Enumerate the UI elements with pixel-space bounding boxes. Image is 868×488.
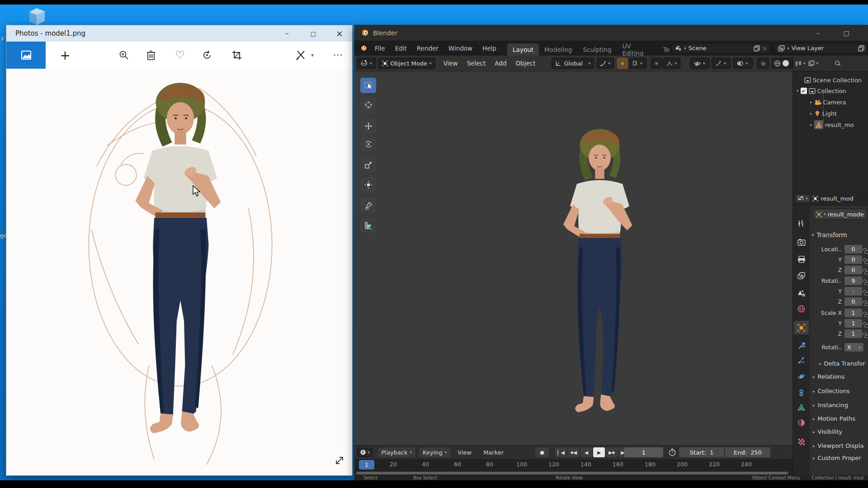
lock-icon[interactable] <box>864 299 868 305</box>
gizmos-selector[interactable]: ▾ <box>712 58 731 69</box>
panel-viewport-display[interactable]: ▸ Viewport Displa <box>813 442 863 449</box>
edit-create-dropdown[interactable]: ▾ <box>307 42 318 69</box>
tool-scale[interactable] <box>360 157 376 173</box>
panel-custom-properties[interactable]: ▸ Custom Proper <box>813 455 861 461</box>
proportional-editing-toggle[interactable] <box>651 58 662 69</box>
tab-texture[interactable] <box>794 435 809 449</box>
current-frame-field[interactable]: 1 <box>624 447 663 457</box>
lock-icon[interactable] <box>864 289 868 295</box>
lock-icon[interactable] <box>864 267 868 274</box>
menu-keying[interactable]: Keying▾ <box>419 448 450 457</box>
xray-toggle[interactable] <box>757 58 769 69</box>
menu-edit[interactable]: Edit <box>390 41 412 56</box>
lock-icon[interactable] <box>864 278 868 285</box>
result-model-3d[interactable] <box>522 125 678 421</box>
blender-app-menu-icon[interactable] <box>360 44 367 52</box>
transform-section-header[interactable]: ▾ Transform <box>812 231 847 239</box>
lock-icon[interactable] <box>864 247 868 253</box>
location-z-field[interactable]: 0 <box>844 266 862 274</box>
editor-type-selector[interactable]: ▾ <box>357 58 376 69</box>
shading-mode-switch[interactable] <box>772 58 793 69</box>
menu-help[interactable]: Help <box>477 41 501 56</box>
lock-icon[interactable] <box>864 321 868 327</box>
blender-titlebar[interactable]: Blender <box>354 25 868 41</box>
tab-render[interactable] <box>794 235 809 249</box>
photo-canvas[interactable] <box>6 69 352 475</box>
view-layer-selector[interactable]: ▾ View Layer <box>774 43 868 54</box>
viewport-3d[interactable] <box>354 71 793 445</box>
tab-object[interactable] <box>794 321 809 334</box>
tab-modifiers[interactable] <box>794 339 809 352</box>
outliner-row-light[interactable]: ▸ Light <box>810 108 837 119</box>
jump-to-start-button[interactable]: ▏◀ <box>555 447 567 457</box>
tab-physics[interactable] <box>794 370 809 383</box>
next-keyframe-button[interactable]: ▶◆ <box>606 447 618 457</box>
tab-output[interactable] <box>794 253 809 266</box>
expand-icon[interactable] <box>334 455 345 466</box>
tab-material[interactable] <box>794 416 809 429</box>
object-visibility-selector[interactable]: ▾ <box>690 58 709 69</box>
tab-tool[interactable] <box>794 216 809 230</box>
menu-window[interactable]: Window <box>443 41 477 56</box>
new-view-layer-icon[interactable] <box>858 45 864 52</box>
photos-close-button[interactable]: × <box>329 25 350 42</box>
more-button[interactable]: ··· <box>328 42 348 69</box>
snap-with-selector[interactable]: ▾ <box>629 58 646 69</box>
tab-particles[interactable] <box>794 353 809 367</box>
tool-rotate[interactable] <box>360 136 376 152</box>
tab-constraints[interactable] <box>794 386 809 399</box>
add-button[interactable]: + <box>55 42 75 69</box>
end-frame-field[interactable]: End:250 <box>725 447 770 457</box>
lock-icon[interactable] <box>864 257 868 263</box>
tab-modeling[interactable]: Modeling <box>539 43 577 56</box>
new-scene-icon[interactable] <box>754 45 760 52</box>
photos-maximize-button[interactable]: □ <box>303 25 324 42</box>
tab-texture-paint[interactable]: Te <box>658 43 670 56</box>
scale-z-field[interactable]: 1 <box>844 329 862 338</box>
tool-measure[interactable] <box>360 218 376 233</box>
favorite-button[interactable]: ♡ <box>170 42 190 69</box>
tool-move[interactable] <box>360 118 376 134</box>
snap-toggle[interactable] <box>617 58 628 69</box>
tab-view-layer[interactable] <box>794 269 809 282</box>
panel-visibility[interactable]: ▸ Visibility <box>813 428 842 435</box>
menu-object[interactable]: Object <box>511 60 540 67</box>
menu-marker[interactable]: Marker <box>483 449 504 456</box>
panel-collections[interactable]: ▸ Collections <box>813 388 850 394</box>
photos-titlebar[interactable]: Photos - model1.png <box>6 25 352 42</box>
menu-view-timeline[interactable]: View <box>458 449 472 456</box>
pivot-point-selector[interactable]: ▾ <box>597 58 614 69</box>
tool-transform[interactable] <box>360 177 376 192</box>
tab-uv-editing[interactable]: UV Editing <box>617 43 658 56</box>
tool-annotate[interactable] <box>360 198 376 213</box>
menu-render[interactable]: Render <box>412 41 443 56</box>
transform-orientation[interactable]: Global ▾ <box>552 58 594 69</box>
search-icon[interactable] <box>835 60 841 66</box>
lock-icon[interactable] <box>864 331 868 338</box>
timeline-ruler[interactable]: 1 20 40 60 80 100 120 140 160 180 200 22… <box>354 459 793 471</box>
rotate-button[interactable] <box>198 42 217 69</box>
object-name-field[interactable]: ▾ result_mode <box>813 209 867 220</box>
start-frame-field[interactable]: Start:1 <box>679 447 724 457</box>
properties-filter-button[interactable]: ▾ <box>796 195 810 202</box>
tab-scene[interactable] <box>794 286 809 300</box>
scale-x-field[interactable]: 1 <box>844 309 862 317</box>
menu-file[interactable]: File <box>370 41 390 56</box>
rotation-x-field[interactable]: 9 <box>844 277 862 285</box>
location-x-field[interactable]: 0 <box>844 245 862 253</box>
outliner-filter-button[interactable]: ▾ <box>795 61 806 66</box>
panel-instancing[interactable]: ▸ Instancing <box>813 402 848 408</box>
unlink-scene-icon[interactable]: × <box>762 45 768 52</box>
outliner-row-collection[interactable]: ▾ ✔ Collection <box>797 85 846 96</box>
menu-select[interactable]: Select <box>462 60 491 67</box>
overlays-selector[interactable]: ▾ <box>733 58 753 69</box>
play-button[interactable]: ▶ <box>593 447 605 457</box>
prev-keyframe-button[interactable]: ◆◀ <box>568 447 580 457</box>
mode-selector[interactable]: Object Mode ▾ <box>378 58 435 69</box>
blender-minimize-button[interactable]: – <box>807 25 830 41</box>
tool-cursor[interactable] <box>360 97 376 113</box>
rotation-z-field[interactable]: 0 <box>844 297 862 306</box>
zoom-button[interactable] <box>114 42 134 69</box>
crop-button[interactable] <box>227 42 247 69</box>
timeline-editor-selector[interactable]: ▾ <box>357 448 373 457</box>
